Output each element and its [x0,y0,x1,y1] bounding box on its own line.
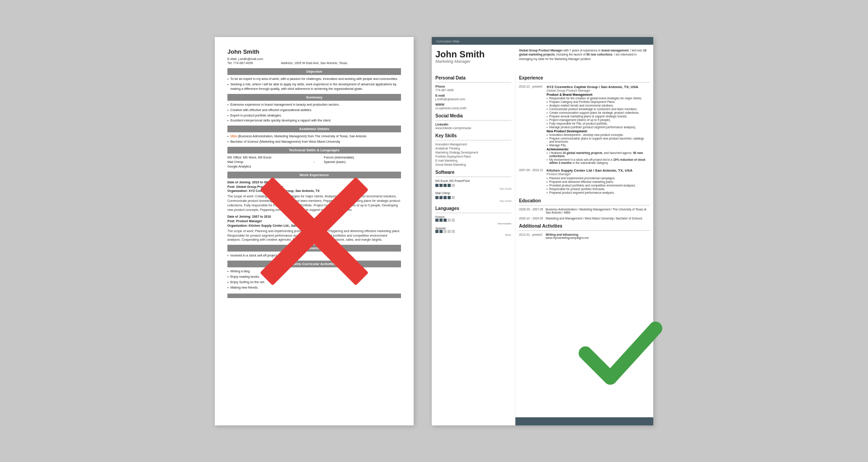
additional-divider [519,230,650,231]
software-dots-2 [435,196,511,199]
dot [439,196,443,199]
left-work-entry-1-joining: Date of Joining: 2010 to till date [227,180,401,185]
left-summary-bullet-2: Creative with effective and efficient or… [227,108,401,112]
lang-bar-1: French Intermediate [435,215,511,225]
www-label: WWW [435,103,511,106]
edu-entry-1: 2005-09 - 2007-05 Business Administratio… [519,208,650,214]
software-bar-1: MS Excel, MS PowerPoint [435,179,511,182]
left-summary-bullet-3: Expert in product portfolio strategies. [227,113,401,118]
dot-empty [443,230,447,233]
lang-level-1: Intermediate [435,222,511,225]
left-work-entry-2-post: Post: Product Manager [227,219,401,224]
exp-bullet: Manage P&L. [547,144,650,147]
email-label: E-mail [435,94,511,97]
lang-dots-1 [435,219,511,222]
right-summary: Global Group Product Manager with 7 year… [519,48,650,61]
right-personal-data-title: Personal Data [435,75,511,80]
skill-4: Portfolio Deployment Plans [435,155,511,158]
skill-6: Social Media Marketing [435,163,511,166]
left-extra-2: Enjoy reading books. [227,275,401,279]
lang-name-1: French [435,215,511,219]
exp-role-2: Product Manager [547,173,650,176]
email-value: j.smith@uptowork.com [435,98,511,101]
right-social-title: Social Media [435,113,511,118]
additional-content-1: Writing and Influencing www.mymarketingc… [546,233,650,239]
lang-level-2: Basic [435,233,511,236]
left-footer-bar [227,294,401,298]
right-main-content: Experience 2010-12 - present XYZ Cosmeti… [515,72,653,425]
software-dots-1 [435,184,511,187]
left-name: John Smith [227,48,401,56]
left-academic-item-1: MBAMBA (Business Administration, Marketi… [227,134,401,139]
dot [448,196,451,199]
edu-dates-2: 2000-10 - 2004-05 [519,217,544,220]
exp-entry-1: 2010-12 - present XYZ Cosmetics Capital … [519,85,650,165]
edu-content-2: Marketing and Management / West Miami Un… [546,217,650,220]
left-technical-skills: MS Office: MS Word, MS Excel Mail Chimp … [227,155,401,168]
edu-content-1: Business Administration / Marketing Mana… [546,208,650,214]
left-work-entry-2-joining: Date of Joining: 2007 to 2010 [227,215,401,219]
right-name-col: John Smith Marketing Manager [432,45,515,72]
right-summary-col: Global Group Product Manager with 7 year… [515,45,653,72]
exp-bullet: Project management (teams of up to 5 peo… [547,118,650,121]
exp-entry-2-content: 2007-09 - 2010-11 Kitchen Supply Center … [519,168,650,195]
dot-empty [452,184,455,187]
right-skills-title: Key Skills [435,133,511,138]
linkedin-value: www.linkedin.com/johnsutw [435,126,511,130]
left-work-entry-1-org: Organization: XYZ Cosmetics Capital Grou… [227,189,401,193]
phone-value: 774-987-4009 [435,89,511,92]
exp-bullet: Communicate product knowledge to custome… [547,107,650,111]
dot [443,219,447,222]
exp-bullet: Responsible for product portfolio foreca… [547,187,650,191]
exp-bullet: Prepare communication plans to support n… [547,137,650,143]
exp-entry-1-header: 2010-12 - present XYZ Cosmetics Capital … [519,85,650,165]
additional-entry-1: 2012-01 - present Writing and Influencin… [519,233,650,239]
exp-bullet: Responsible for the creation of global b… [547,97,650,100]
left-skill-1: MS Office: MS Word, MS Excel [227,155,305,160]
software-name-2: Mail Chimp [435,191,511,195]
lang-name-2: Spanish [435,227,511,230]
dot [443,196,447,199]
www-value: cv.uptowork.com/j.smith [435,107,511,110]
exp-bullet: Analyze market trends and recommend solu… [547,104,650,107]
dot [439,184,443,187]
right-experience-title: Experience [519,75,650,80]
dot [435,196,439,199]
right-header-content: John Smith Marketing Manager Global Grou… [432,45,653,72]
exp-bullet: Prepared and delivered effective marketi… [547,180,650,183]
left-skill-3: Google Analytics [227,164,305,169]
right-languages-title: Languages [435,206,511,211]
left-skills-col-2: French (intermediate) Spanish (basic) [324,155,401,168]
exp-entry-1-body: XYZ Cosmetics Capital Group / San Antoni… [547,85,650,165]
phone-label: Phone [435,85,511,88]
left-resume-container: John Smith E-Mail: j.smith@mail.com Tel:… [215,37,414,425]
edu-entry-2: 2000-10 - 2004-05 Marketing and Manageme… [519,217,650,220]
software-level-1: Very Good [435,187,511,190]
dot-empty [452,196,455,199]
dot [439,219,443,222]
left-achievement-1: Involved in a stock sell-off project. [227,253,401,258]
additional-url-1: www.mymarketingcampaigns.me [546,236,650,239]
left-work-entry-2-scope: The scope of work: Planning and implemen… [227,229,401,242]
dot-separator: • [314,155,315,168]
edu-divider [519,205,650,205]
exp-role-1: Global Group Product Manager [547,89,650,92]
exp-bullet: Innovation development - develop new pro… [547,133,650,136]
edu-dates-1: 2005-09 - 2007-05 [519,208,544,214]
right-software-title: Software [435,170,511,175]
software-name-1: MS Excel, MS PowerPoint [435,179,511,182]
left-tel: Tel: 774-987-4009 [227,61,253,65]
software-bar-2: Mail Chimp [435,191,511,195]
dot [439,230,443,233]
exp-entry-2-body: Kitchen Supply Center Ltd / San Antonio,… [547,168,650,195]
left-work-entry-1-post: Post: Global Group Product Manager [227,185,401,189]
right-resume-container: Curriculum Vitae John Smith Marketing Ma… [432,37,653,425]
left-academic-item-2: Bachelor of Science (Marketing and Manag… [227,140,401,144]
left-work-entry-1-scope: The scope of work: Creating global brand… [227,194,401,212]
left-summary-header: Summary [227,94,401,101]
dot-empty [448,219,451,222]
exp-bullet: Provided product portfolios and competit… [547,184,650,187]
exp-bullet: Planned and implemented promotional camp… [547,177,650,180]
skills-divider [435,140,511,140]
right-name: John Smith [435,49,512,59]
